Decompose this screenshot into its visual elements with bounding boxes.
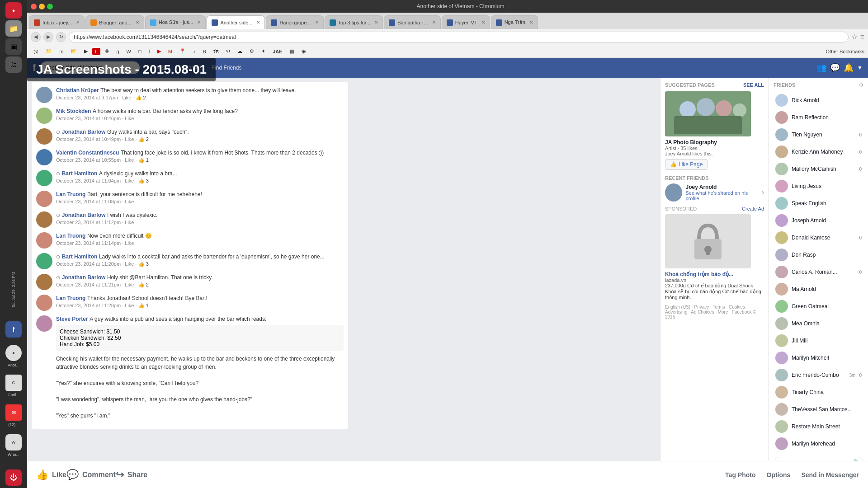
share-action[interactable]: ↪ Share [116, 469, 147, 481]
tab-ngatran[interactable]: Nga Trần ✕ [491, 15, 538, 29]
comment-author[interactable]: Jonathan Barlow [62, 129, 106, 135]
minimize-button[interactable] [39, 4, 45, 9]
close-button[interactable] [31, 4, 37, 9]
list-item[interactable]: Joseph Arnold [774, 212, 863, 229]
list-item[interactable]: Green Oatmeal [774, 298, 863, 315]
list-item[interactable]: Tinarty China [774, 384, 863, 401]
tab-close-hanoi[interactable]: ✕ [315, 20, 319, 25]
os-files-icon[interactable]: 🗂 [5, 56, 22, 73]
tab-close-ngatran[interactable]: ✕ [529, 20, 533, 25]
tab-close-hoasua[interactable]: ✕ [197, 20, 201, 25]
bookmark-google[interactable]: g [113, 48, 122, 55]
list-item[interactable]: Ma Arnold [774, 281, 863, 298]
bookmark-map2[interactable]: 🗺 [211, 48, 221, 55]
comment-author[interactable]: Lan Truong [56, 191, 85, 197]
list-item[interactable]: Living Jesus [774, 178, 863, 195]
list-item[interactable]: Mea Omnia [774, 315, 863, 332]
tab-close-huyenvt[interactable]: ✕ [481, 20, 485, 25]
app-goril-icon[interactable]: G [5, 375, 22, 391]
list-item[interactable]: Speak English [774, 195, 863, 212]
bookmark-plus[interactable]: ✚ [102, 47, 112, 55]
bookmark-l[interactable]: L [92, 48, 100, 55]
like-link[interactable]: Like [125, 240, 134, 246]
menu-icon[interactable]: ≡ [860, 33, 864, 41]
tab-hoasua[interactable]: Hoa Sữa - jus... ✕ [145, 15, 206, 29]
comment-author[interactable]: Valentin Constantinescu [56, 150, 119, 156]
list-item[interactable]: TheVessel San Marcos... [774, 401, 863, 418]
os-terminal-icon[interactable]: ▣ [5, 38, 22, 55]
list-item[interactable]: Rick Arnold [774, 92, 863, 109]
comment-author[interactable]: Christian Krüper [56, 87, 99, 94]
facebook-icon[interactable]: f [5, 321, 22, 338]
list-item[interactable]: Don Rasp [774, 246, 863, 263]
window-controls[interactable] [31, 4, 53, 9]
tab-close-anotherside[interactable]: ✕ [256, 20, 260, 25]
bookmark-star-icon[interactable]: ☆ [851, 33, 858, 41]
other-bookmarks[interactable]: Other Bookmarks [826, 49, 864, 54]
like-link[interactable]: Like [125, 261, 134, 267]
comment-author[interactable]: Lan Truong [56, 295, 85, 301]
list-item[interactable]: Donald Kamese 0 [774, 229, 863, 246]
list-item[interactable]: Kenzie Ann Mahoney 0 [774, 143, 863, 160]
friends-options-icon[interactable]: ⚙ [859, 82, 863, 88]
bookmark-folder[interactable]: 📁 [43, 47, 55, 55]
bookmark-docs[interactable]: 📂 [68, 47, 80, 55]
list-item[interactable]: Marilyn Mitchell [774, 349, 863, 366]
options-button[interactable]: Options [767, 471, 791, 479]
bookmark-maps[interactable]: 📍 [177, 47, 189, 55]
comment-author[interactable]: Jonathan Barlow [62, 212, 106, 218]
tab-close-gmail[interactable]: ✕ [76, 20, 80, 25]
os-app-icon[interactable]: ● [5, 2, 22, 19]
bookmark-misc[interactable]: ♪ [190, 48, 198, 55]
comment-author[interactable]: Steve Porter [56, 316, 88, 322]
like-link[interactable]: Like [122, 95, 131, 100]
url-input[interactable] [69, 32, 849, 42]
bookmark-circle[interactable]: ◉ [299, 47, 309, 55]
comment-author[interactable]: Bart Hamilton [62, 170, 98, 177]
friends-search-input[interactable] [774, 457, 863, 461]
tab-gmail[interactable]: Inbox - joey... ✕ [29, 15, 85, 29]
forward-button[interactable]: ▶ [43, 32, 53, 42]
app-notif-icon[interactable]: ✉ [5, 404, 22, 421]
bookmark-blogger[interactable]: B [200, 48, 208, 55]
recent-friend-name[interactable]: Joey Arnold [686, 184, 758, 190]
os-folder-icon[interactable]: 📁 [5, 20, 22, 37]
notifications-icon[interactable]: 🔔 [844, 63, 854, 73]
ad-title[interactable]: Khoá chống trộm báo độ... [665, 271, 764, 277]
bookmark-misc3[interactable]: ⚙ [247, 47, 257, 55]
comment-author[interactable]: Bart Hamilton [62, 253, 98, 260]
send-in-messenger-button[interactable]: Send in Messenger [801, 471, 859, 479]
list-item[interactable]: Carlos A. Román... 0 [774, 263, 863, 281]
list-item[interactable]: Tien Nguyen 0 [774, 126, 863, 143]
bookmark-m[interactable]: m [57, 48, 66, 55]
create-ad-link[interactable]: Create Ad [742, 206, 764, 211]
like-link[interactable]: Like [125, 220, 134, 225]
list-item[interactable]: Mallory McCamish 0 [774, 160, 863, 178]
tag-photo-button[interactable]: Tag Photo [725, 471, 755, 479]
tab-close-top3tips[interactable]: ✕ [374, 20, 378, 25]
like-link[interactable]: Like [125, 282, 134, 287]
bookmark-s[interactable]: □ [136, 48, 144, 55]
list-item[interactable]: Restore Main Street [774, 418, 863, 435]
tab-close-blogger[interactable]: ✕ [136, 20, 139, 25]
bookmark-jae[interactable]: JAE [270, 48, 285, 55]
friends-icon[interactable]: 👥 [816, 63, 826, 73]
back-button[interactable]: ◀ [31, 32, 41, 42]
app-who-icon[interactable]: W [5, 434, 22, 450]
bookmark-yahoo[interactable]: Y! [223, 48, 233, 55]
list-item[interactable]: Jill Mill [774, 332, 863, 349]
recent-friend-sub[interactable]: See what he's shared on his profile [686, 190, 758, 201]
like-link[interactable]: Like [125, 199, 134, 204]
like-link[interactable]: Like [125, 178, 134, 183]
chevron-right-icon[interactable]: › [762, 188, 764, 197]
tab-close-samantha[interactable]: ✕ [432, 20, 436, 25]
comment-action[interactable]: 💬 Comment [66, 469, 116, 481]
bookmark-gmail[interactable]: M [165, 48, 175, 55]
tab-blogger[interactable]: Blogger: ano... ✕ [85, 15, 144, 29]
list-item[interactable]: Marilyn Morehead [774, 435, 863, 452]
tab-top3tips[interactable]: Top 3 tips for... ✕ [325, 15, 383, 29]
app-anot-icon[interactable]: ● [5, 345, 22, 361]
settings-dropdown[interactable]: ▼ [857, 65, 863, 71]
power-icon[interactable]: ⏻ [5, 469, 22, 486]
list-item[interactable]: Eric Frendo-Cumbo 3m 0 [774, 366, 863, 384]
